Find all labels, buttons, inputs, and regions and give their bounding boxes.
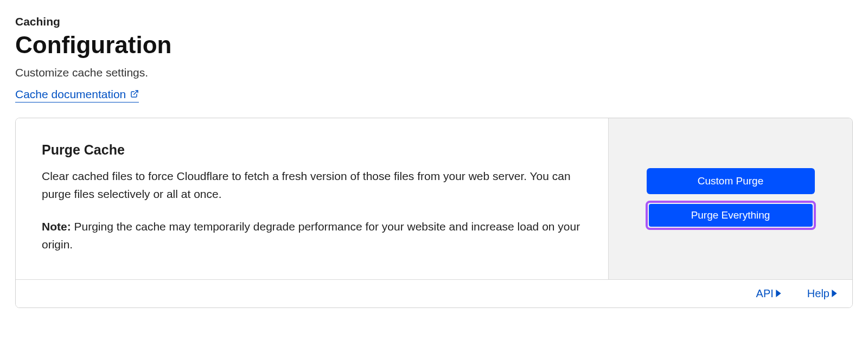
help-link[interactable]: Help [807,287,837,300]
svg-line-0 [134,91,138,94]
api-link-text: API [756,287,774,300]
breadcrumb: Caching [15,15,853,28]
purge-cache-card: Purge Cache Clear cached files to force … [15,118,853,308]
doc-link-text: Cache documentation [15,88,126,101]
page-title: Configuration [15,31,853,59]
caret-right-icon [776,287,781,300]
purge-cache-title: Purge Cache [42,142,582,158]
cache-documentation-link[interactable]: Cache documentation [15,88,139,102]
purge-cache-note: Note: Purging the cache may temporarily … [42,218,582,253]
page-subtitle: Customize cache settings. [15,66,853,79]
card-footer: API Help [16,279,852,307]
purge-everything-highlight: Purge Everything [646,201,816,230]
note-label: Note: [42,220,71,233]
custom-purge-button[interactable]: Custom Purge [647,168,815,194]
purge-everything-button[interactable]: Purge Everything [649,204,813,227]
external-link-icon [130,88,139,101]
note-text: Purging the cache may temporarily degrad… [42,220,580,251]
api-link[interactable]: API [756,287,781,300]
help-link-text: Help [807,287,829,300]
caret-right-icon [832,287,837,300]
purge-cache-description: Clear cached files to force Cloudflare t… [42,168,582,203]
